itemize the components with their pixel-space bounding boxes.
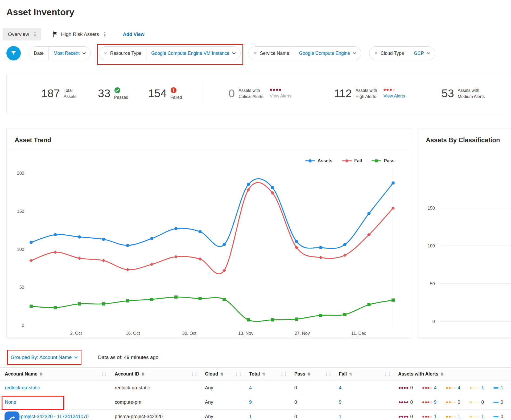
fail-link[interactable]: 1: [339, 414, 341, 419]
sort-icon[interactable]: ⇅: [141, 372, 145, 377]
alerts-low-count[interactable]: 1: [481, 414, 484, 419]
column-grip-icon[interactable]: ⋮⋮: [384, 372, 391, 377]
sort-icon[interactable]: ⇅: [440, 372, 444, 377]
svg-text:0: 0: [22, 323, 24, 328]
informational-severity-icon: [493, 416, 498, 417]
grouped-by-dropdown[interactable]: Grouped By: Account Name: [11, 354, 78, 360]
filter-resource-type[interactable]: ✕ Resource Type Google Compute Engine VM…: [99, 46, 241, 60]
account-name-link[interactable]: redlock-qa-static: [5, 385, 40, 390]
col-header-account-id[interactable]: Account ID⇅⋮⋮: [110, 368, 200, 381]
svg-text:30. Oct: 30. Oct: [182, 331, 197, 336]
total-link[interactable]: 1: [249, 414, 252, 419]
alerts-high-count[interactable]: 4: [434, 385, 437, 391]
filter-button[interactable]: [6, 46, 21, 60]
account-name-link[interactable]: None: [5, 399, 16, 405]
filter-cloud-type[interactable]: ✕ Cloud Type GCP: [369, 46, 435, 60]
total-link[interactable]: 4: [249, 385, 252, 390]
remove-filter-icon[interactable]: ✕: [104, 51, 107, 56]
tab-overview-label: Overview: [8, 31, 29, 37]
medium-alerts-value: 53: [442, 88, 454, 99]
alerts-low[interactable]: 1: [470, 414, 493, 419]
fail-link[interactable]: 9: [339, 399, 341, 405]
alerts-low-count[interactable]: 1: [481, 385, 484, 391]
alerts-high[interactable]: 4: [422, 385, 446, 391]
chevron-down-icon[interactable]: [232, 52, 236, 54]
alerts-medium-count[interactable]: 1: [458, 414, 460, 419]
alerts-informational-count: 0: [501, 399, 503, 405]
alerts-high-count[interactable]: 1: [434, 414, 437, 419]
alerts-informational-count: 0: [501, 414, 503, 419]
asset-trend-plot[interactable]: 0501001502002. Oct16. Oct30. Oct13. Nov2…: [7, 151, 411, 338]
chevron-down-icon[interactable]: [353, 52, 356, 54]
classification-plot: 150100500: [418, 151, 511, 338]
alerts-high[interactable]: 1: [422, 414, 446, 419]
filter-service-name-value[interactable]: Google Compute Engine: [299, 51, 350, 56]
alerts-low-count: 0: [481, 399, 484, 405]
failed-label: Failed: [170, 95, 182, 100]
sort-icon[interactable]: ⇅: [262, 372, 266, 377]
svg-text:0: 0: [432, 319, 435, 324]
column-grip-icon[interactable]: ⋮⋮: [235, 372, 242, 377]
alerts-medium[interactable]: 1: [446, 414, 470, 419]
col-header-pass[interactable]: Pass⇅⋮⋮: [290, 368, 334, 381]
column-grip-icon[interactable]: ⋮⋮: [324, 372, 331, 377]
stats-divider: [204, 81, 204, 106]
legend-fail[interactable]: Fail: [342, 158, 362, 164]
legend-pass[interactable]: Pass: [372, 158, 394, 164]
column-grip-icon[interactable]: ⋮⋮: [280, 372, 287, 377]
sort-icon[interactable]: ⇅: [40, 372, 43, 377]
svg-text:27. Nov: 27. Nov: [295, 331, 310, 336]
alerts-high[interactable]: 9: [422, 399, 446, 405]
filter-date[interactable]: Date Most Recent: [29, 46, 91, 60]
alerts-high-count[interactable]: 9: [434, 399, 437, 405]
chevron-down-icon[interactable]: [427, 52, 430, 54]
fail-link[interactable]: 4: [339, 385, 341, 390]
alerts-critical-count: 0: [410, 385, 413, 391]
legend-marker-icon: [342, 159, 352, 163]
asset-trend-panel: Asset Trend AssetsFailPass 0501001502002…: [6, 128, 411, 339]
data-as-of-text: Data as of: 49 minutes ago: [98, 354, 158, 360]
help-chat-button[interactable]: [5, 411, 19, 420]
col-header-account-name[interactable]: Account Name⇅⋮⋮: [0, 368, 110, 381]
filter-service-name-label: Service Name: [260, 51, 289, 56]
sort-icon[interactable]: ⇅: [220, 372, 224, 377]
account-id: compute-pm: [115, 399, 141, 405]
alerts-medium-count[interactable]: 4: [458, 385, 460, 391]
assets-by-classification-panel: Assets By Classification 150100500: [418, 128, 511, 339]
filter-cloud-type-value[interactable]: GCP: [414, 51, 424, 56]
alerts-informational[interactable]: 1: [493, 385, 511, 391]
table-row: prisma-project-342320 - 117241241070 pri…: [0, 410, 511, 420]
high-severity-icon: [422, 387, 432, 389]
add-view-button[interactable]: Add View: [123, 32, 145, 37]
chart-legend: AssetsFailPass: [305, 158, 394, 164]
column-grip-icon[interactable]: ⋮⋮: [100, 372, 107, 377]
svg-text:11. Dec: 11. Dec: [351, 331, 366, 336]
col-header-fail[interactable]: Fail⇅⋮⋮: [334, 368, 393, 381]
high-label-2: High Alerts: [356, 94, 377, 99]
remove-filter-icon[interactable]: ✕: [374, 51, 378, 56]
col-header-cloud[interactable]: Cloud⇅⋮⋮: [200, 368, 244, 381]
sort-icon[interactable]: ⇅: [349, 372, 352, 377]
alerts-informational-count[interactable]: 1: [501, 385, 503, 391]
critical-label-2: Critical Alerts: [238, 94, 263, 99]
col-header-total[interactable]: Total⇅⋮⋮: [244, 368, 290, 381]
failed-alert-icon: [170, 87, 177, 93]
alerts-low[interactable]: 1: [470, 385, 493, 391]
col-header-assets-with-alerts[interactable]: Assets with Alerts⇅: [393, 368, 511, 381]
high-risk-tab-menu-icon[interactable]: ⋮: [102, 32, 108, 37]
chevron-down-icon[interactable]: [83, 52, 86, 54]
remove-filter-icon[interactable]: ✕: [254, 51, 257, 56]
view-high-alerts-link[interactable]: View Alerts: [384, 93, 405, 99]
overview-tab-menu-icon[interactable]: ⋮: [32, 32, 38, 37]
filter-service-name[interactable]: ✕ Service Name Google Compute Engine: [249, 46, 361, 60]
sort-icon[interactable]: ⇅: [307, 372, 311, 377]
filter-resource-type-value[interactable]: Google Compute Engine VM Instance: [151, 51, 229, 56]
tab-high-risk-assets[interactable]: High Risk Assets ⋮: [47, 28, 111, 40]
tab-overview[interactable]: Overview ⋮: [3, 28, 41, 40]
legend-assets[interactable]: Assets: [305, 158, 332, 164]
total-link[interactable]: 9: [249, 399, 252, 405]
column-grip-icon[interactable]: ⋮⋮: [191, 372, 197, 377]
filter-date-value[interactable]: Most Recent: [53, 51, 80, 56]
medium-severity-icon: [446, 401, 456, 403]
alerts-medium[interactable]: 4: [446, 385, 470, 391]
